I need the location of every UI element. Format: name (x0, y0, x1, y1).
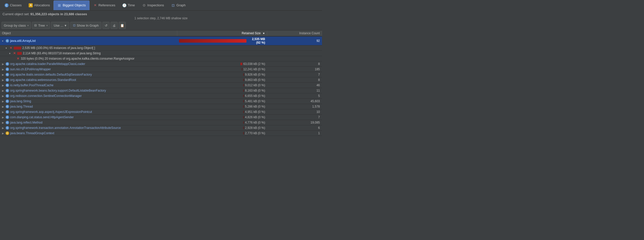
retained-size-cell: 63,038 kB (2 %) (177, 61, 267, 67)
expand-arrow-icon[interactable]: ▶ (2, 111, 5, 113)
object-name: 2,535 MB (100.0%) 65 instances of java.l… (14, 46, 95, 50)
expand-arrow-icon[interactable]: ▶ (2, 121, 5, 124)
table-row[interactable]: ▾✕2,535 MB (100.0%) 65 instances of java… (0, 45, 322, 51)
export-button[interactable]: 📋 (119, 22, 126, 29)
table-row[interactable]: ▶Corg.apache.catalina.loader.ParallelWeb… (0, 61, 322, 67)
table-row[interactable]: ▶Corg.springframework.transaction.annota… (0, 125, 322, 131)
object-cell: ▶Cjava.lang.reflect.Method (0, 120, 177, 125)
table-row[interactable]: ▶Cjava.beans.ThreadGroupContext2,770 kB … (0, 131, 322, 136)
tab-references[interactable]: ✕ References (90, 1, 119, 10)
expand-arrow-icon[interactable]: ▶ (2, 95, 5, 97)
retained-size-value: 2,770 kB (0 %) (245, 131, 265, 135)
class-icon: C (6, 99, 9, 103)
table-row[interactable]: ▶Corg.apache.ibatis.session.defaults.Def… (0, 72, 322, 77)
tab-time[interactable]: 🕐 Time (119, 1, 138, 10)
class-icon: C (6, 121, 9, 124)
refresh-icon: ↺ (105, 24, 108, 27)
instance-count-cell: 10 (267, 109, 322, 115)
retained-size-cell (177, 51, 267, 56)
expand-arrow-icon[interactable]: ▶ (2, 100, 5, 103)
expand-arrow-icon[interactable]: ▾ (2, 40, 5, 42)
object-name: sun.nio.ch.EPollArrayWrapper (10, 67, 51, 71)
expand-arrow-icon[interactable]: ▶ (2, 116, 5, 119)
table-row[interactable]: ▶Corg.apache.catalina.webresources.Stand… (0, 77, 322, 83)
instance-count-value: 45,603 (311, 99, 320, 103)
col-object[interactable]: Object (0, 30, 177, 36)
tab-inspections-label: Inspections (147, 3, 164, 7)
expand-arrow-icon[interactable]: ▶ (2, 63, 5, 65)
expand-arrow-icon[interactable]: ▶ (2, 89, 5, 92)
instance-count-value: 10 (316, 110, 320, 114)
retained-size-cell: 12,241 kB (0 %) (177, 67, 267, 72)
class-icon: C (6, 89, 9, 92)
tree-select[interactable]: ⊟ Tree ▾ (32, 22, 50, 29)
tab-references-label: References (98, 3, 115, 7)
retained-size-bar (179, 39, 246, 43)
data-table: Object Retained Size ▼ Instance Count ▾C… (0, 30, 322, 136)
group-by-label: Group by class (4, 24, 26, 27)
tab-graph[interactable]: ⊡ Graph (168, 1, 189, 10)
retained-size-cell: 9,012 kB (0 %) (177, 83, 267, 88)
expand-arrow-icon[interactable]: ▶ (2, 127, 5, 129)
expand-arrow-icon[interactable]: ▶ (2, 132, 5, 135)
table-row[interactable]: ▾Cjava.util.ArrayList2,535 MB (92 %)92 (0, 36, 322, 45)
tab-bar: C Classes A Allocations ⊞ Biggest Object… (0, 0, 322, 11)
expand-arrow-icon[interactable]: ▶ (2, 105, 5, 108)
table-row[interactable]: ▾✕2,114 MB (83.4%) 88103718 instances of… (0, 51, 322, 56)
instance-count-cell: 1,578 (267, 104, 322, 109)
show-in-graph-button[interactable]: ⊡ Show In Graph (70, 22, 102, 29)
instance-count-cell (267, 56, 322, 61)
tab-allocations[interactable]: A Allocations (25, 1, 53, 10)
col-retained-size[interactable]: Retained Size ▼ (177, 30, 267, 36)
retained-size-cell: 4,951 kB (0 %) (177, 109, 267, 115)
use-button[interactable]: Use ... ▾ (51, 22, 69, 29)
retained-size-value: 8,163 kB (0 %) (245, 89, 265, 92)
expand-arrow-icon[interactable]: ▶ (2, 68, 5, 71)
expand-arrow-icon[interactable]: ▾ (6, 47, 8, 49)
col-instance-count[interactable]: Instance Count (267, 30, 322, 36)
show-in-graph-icon: ⊡ (73, 24, 76, 27)
instance-count-cell: 46 (267, 83, 322, 88)
group-by-select[interactable]: Group by class ▾ (2, 22, 31, 29)
table-row[interactable]: ▶Corg.springframework.beans.factory.supp… (0, 88, 322, 93)
retained-size-value: 63,038 kB (2 %) (243, 62, 265, 66)
table-row[interactable]: ▶Corg.springframework.aop.aspectj.Aspect… (0, 109, 322, 115)
instance-count-cell: 19,085 (267, 120, 322, 125)
size-pip (243, 121, 244, 124)
retained-size-value: 6,655 kB (0 %) (245, 94, 265, 98)
retained-size-value: 9,012 kB (0 %) (245, 83, 265, 87)
expand-arrow-icon[interactable]: ▶ (2, 79, 5, 81)
table-row[interactable]: ▶Ccom.dianping.cat.status.send.HttpAgent… (0, 115, 322, 120)
table-row[interactable]: ✕320 bytes (0.0%) 20 instances of org.ap… (0, 56, 322, 61)
instance-count-cell: 1 (267, 131, 322, 136)
instance-count-cell: 7 (267, 115, 322, 120)
retained-size-cell (177, 45, 267, 51)
object-cell: ▶Csun.nio.ch.EPollArrayWrapper (0, 67, 177, 72)
table-row[interactable]: ▶Corg.redisson.connection.SentinelConnec… (0, 93, 322, 99)
sub-info: 1 selection step, 2,746 MB shallow size (3, 16, 319, 20)
size-pip (243, 95, 244, 97)
table-row[interactable]: ▶Csun.nio.ch.EPollArrayWrapper12,241 kB … (0, 67, 322, 72)
expand-arrow-icon[interactable]: ▶ (2, 84, 5, 87)
refresh-button[interactable]: ↺ (102, 22, 110, 29)
table-row[interactable]: ▶Cio.netty.buffer.PoolThreadCache9,012 k… (0, 83, 322, 88)
expand-arrow-icon[interactable]: ▾ (9, 52, 12, 55)
tab-biggest-objects[interactable]: ⊞ Biggest Objects (53, 1, 90, 10)
table-row[interactable]: ▶Cjava.lang.reflect.Method4,776 kB (0 %)… (0, 120, 322, 125)
object-name: org.apache.catalina.webresources.Standar… (10, 78, 76, 82)
ref-icon: ✕ (9, 46, 13, 50)
class-icon: C (6, 126, 9, 130)
tab-classes[interactable]: C Classes (1, 1, 25, 10)
instance-count-cell (267, 45, 322, 51)
size-pip (243, 100, 244, 102)
table-row[interactable]: ▶Cjava.lang.Thread5,286 kB (0 %)1,578 (0, 104, 322, 109)
print-button[interactable]: 🖨 (111, 22, 118, 29)
instance-count-value: 7 (318, 115, 320, 119)
table-row[interactable]: ▶Cjava.lang.String5,481 kB (0 %)45,603 (0, 99, 322, 104)
size-pip (243, 89, 244, 92)
tab-time-label: Time (128, 3, 135, 7)
expand-arrow-icon[interactable]: ▶ (2, 73, 5, 76)
tab-inspections[interactable]: ⚙ Inspections (138, 1, 168, 10)
size-pip (243, 127, 244, 129)
data-table-container: Object Retained Size ▼ Instance Count ▾C… (0, 30, 322, 136)
